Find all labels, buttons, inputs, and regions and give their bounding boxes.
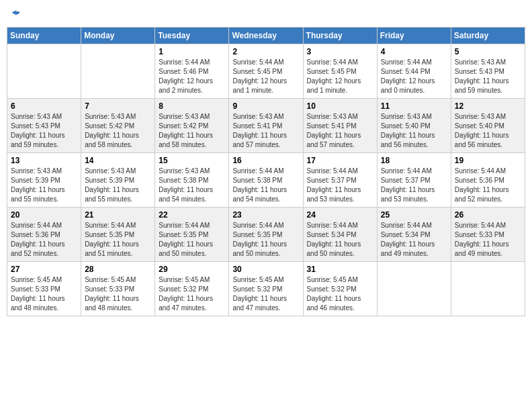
calendar-week-row: 20Sunrise: 5:44 AM Sunset: 5:36 PM Dayli… [7, 208, 525, 262]
day-info: Sunrise: 5:45 AM Sunset: 5:32 PM Dayligh… [232, 275, 299, 313]
calendar-cell: 2Sunrise: 5:44 AM Sunset: 5:45 PM Daylig… [229, 44, 303, 99]
day-number: 8 [159, 101, 225, 111]
day-number: 15 [159, 156, 225, 165]
day-number: 26 [455, 210, 521, 220]
day-info: Sunrise: 5:44 AM Sunset: 5:45 PM Dayligh… [232, 58, 299, 95]
day-number: 21 [85, 210, 151, 220]
day-number: 7 [85, 101, 151, 111]
day-info: Sunrise: 5:45 AM Sunset: 5:33 PM Dayligh… [85, 275, 151, 313]
calendar-cell: 28Sunrise: 5:45 AM Sunset: 5:33 PM Dayli… [81, 262, 155, 316]
day-info: Sunrise: 5:43 AM Sunset: 5:41 PM Dayligh… [307, 112, 373, 150]
day-number: 31 [307, 265, 373, 274]
day-number: 28 [85, 265, 151, 274]
day-info: Sunrise: 5:43 AM Sunset: 5:41 PM Dayligh… [232, 112, 299, 150]
day-info: Sunrise: 5:45 AM Sunset: 5:32 PM Dayligh… [307, 275, 373, 313]
calendar-cell: 25Sunrise: 5:44 AM Sunset: 5:34 PM Dayli… [377, 208, 451, 262]
calendar-cell: 16Sunrise: 5:44 AM Sunset: 5:38 PM Dayli… [229, 153, 303, 208]
day-info: Sunrise: 5:43 AM Sunset: 5:38 PM Dayligh… [159, 167, 225, 204]
calendar-cell [451, 262, 525, 316]
logo [9, 9, 23, 21]
calendar-cell: 29Sunrise: 5:45 AM Sunset: 5:32 PM Dayli… [155, 262, 229, 316]
calendar-cell: 30Sunrise: 5:45 AM Sunset: 5:32 PM Dayli… [229, 262, 303, 316]
day-info: Sunrise: 5:44 AM Sunset: 5:33 PM Dayligh… [455, 221, 521, 259]
calendar-cell: 12Sunrise: 5:43 AM Sunset: 5:40 PM Dayli… [451, 99, 525, 153]
calendar-cell [377, 262, 451, 316]
day-info: Sunrise: 5:43 AM Sunset: 5:39 PM Dayligh… [11, 167, 77, 204]
day-info: Sunrise: 5:43 AM Sunset: 5:39 PM Dayligh… [85, 167, 151, 204]
calendar-week-row: 13Sunrise: 5:43 AM Sunset: 5:39 PM Dayli… [7, 153, 525, 208]
day-number: 22 [159, 210, 225, 220]
day-number: 12 [455, 101, 521, 111]
calendar-cell: 8Sunrise: 5:43 AM Sunset: 5:42 PM Daylig… [155, 99, 229, 153]
day-number: 25 [381, 210, 447, 220]
calendar-week-row: 27Sunrise: 5:45 AM Sunset: 5:33 PM Dayli… [7, 262, 525, 316]
day-number: 18 [381, 156, 447, 165]
calendar-cell: 19Sunrise: 5:44 AM Sunset: 5:36 PM Dayli… [451, 153, 525, 208]
logo-blue-text [9, 9, 23, 21]
day-info: Sunrise: 5:44 AM Sunset: 5:37 PM Dayligh… [381, 167, 447, 204]
day-header-sunday: Sunday [7, 28, 81, 44]
day-info: Sunrise: 5:44 AM Sunset: 5:46 PM Dayligh… [159, 58, 225, 95]
day-number: 29 [159, 265, 225, 274]
day-number: 1 [159, 47, 225, 56]
day-header-thursday: Thursday [303, 28, 377, 44]
day-info: Sunrise: 5:43 AM Sunset: 5:43 PM Dayligh… [11, 112, 77, 150]
day-number: 9 [232, 101, 299, 111]
calendar-cell: 31Sunrise: 5:45 AM Sunset: 5:32 PM Dayli… [303, 262, 377, 316]
day-number: 30 [232, 265, 299, 274]
calendar-cell: 20Sunrise: 5:44 AM Sunset: 5:36 PM Dayli… [7, 208, 81, 262]
calendar-cell: 1Sunrise: 5:44 AM Sunset: 5:46 PM Daylig… [155, 44, 229, 99]
calendar-cell: 3Sunrise: 5:44 AM Sunset: 5:45 PM Daylig… [303, 44, 377, 99]
day-number: 16 [232, 156, 299, 165]
calendar-table: SundayMondayTuesdayWednesdayThursdayFrid… [7, 27, 525, 316]
calendar-cell: 13Sunrise: 5:43 AM Sunset: 5:39 PM Dayli… [7, 153, 81, 208]
day-info: Sunrise: 5:44 AM Sunset: 5:44 PM Dayligh… [381, 58, 447, 95]
day-info: Sunrise: 5:44 AM Sunset: 5:36 PM Dayligh… [455, 167, 521, 204]
day-number: 14 [85, 156, 151, 165]
day-info: Sunrise: 5:43 AM Sunset: 5:42 PM Dayligh… [85, 112, 151, 150]
day-info: Sunrise: 5:44 AM Sunset: 5:37 PM Dayligh… [307, 167, 373, 204]
calendar-cell: 17Sunrise: 5:44 AM Sunset: 5:37 PM Dayli… [303, 153, 377, 208]
calendar-cell: 26Sunrise: 5:44 AM Sunset: 5:33 PM Dayli… [451, 208, 525, 262]
day-info: Sunrise: 5:44 AM Sunset: 5:38 PM Dayligh… [232, 167, 299, 204]
day-number: 11 [381, 101, 447, 111]
calendar-cell [81, 44, 155, 99]
calendar-cell: 22Sunrise: 5:44 AM Sunset: 5:35 PM Dayli… [155, 208, 229, 262]
calendar-cell: 6Sunrise: 5:43 AM Sunset: 5:43 PM Daylig… [7, 99, 81, 153]
calendar-cell: 11Sunrise: 5:43 AM Sunset: 5:40 PM Dayli… [377, 99, 451, 153]
day-number: 6 [11, 101, 77, 111]
day-header-friday: Friday [377, 28, 451, 44]
calendar-cell: 5Sunrise: 5:43 AM Sunset: 5:43 PM Daylig… [451, 44, 525, 99]
day-number: 5 [455, 47, 521, 56]
day-header-tuesday: Tuesday [155, 28, 229, 44]
day-number: 2 [232, 47, 299, 56]
calendar-cell: 9Sunrise: 5:43 AM Sunset: 5:41 PM Daylig… [229, 99, 303, 153]
day-info: Sunrise: 5:44 AM Sunset: 5:35 PM Dayligh… [232, 221, 299, 259]
day-number: 10 [307, 101, 373, 111]
day-info: Sunrise: 5:44 AM Sunset: 5:35 PM Dayligh… [159, 221, 225, 259]
calendar-cell: 10Sunrise: 5:43 AM Sunset: 5:41 PM Dayli… [303, 99, 377, 153]
day-number: 23 [232, 210, 299, 220]
calendar-cell: 23Sunrise: 5:44 AM Sunset: 5:35 PM Dayli… [229, 208, 303, 262]
calendar-cell: 21Sunrise: 5:44 AM Sunset: 5:35 PM Dayli… [81, 208, 155, 262]
day-number: 13 [11, 156, 77, 165]
calendar-header-row: SundayMondayTuesdayWednesdayThursdayFrid… [7, 28, 525, 44]
day-header-saturday: Saturday [451, 28, 525, 44]
calendar-week-row: 6Sunrise: 5:43 AM Sunset: 5:43 PM Daylig… [7, 99, 525, 153]
day-number: 20 [11, 210, 77, 220]
calendar-cell: 7Sunrise: 5:43 AM Sunset: 5:42 PM Daylig… [81, 99, 155, 153]
calendar-cell: 4Sunrise: 5:44 AM Sunset: 5:44 PM Daylig… [377, 44, 451, 99]
logo-bird-icon [9, 9, 21, 21]
day-info: Sunrise: 5:45 AM Sunset: 5:33 PM Dayligh… [11, 275, 77, 313]
page-header [7, 7, 525, 21]
day-info: Sunrise: 5:44 AM Sunset: 5:34 PM Dayligh… [307, 221, 373, 259]
day-number: 24 [307, 210, 373, 220]
day-header-monday: Monday [81, 28, 155, 44]
day-info: Sunrise: 5:43 AM Sunset: 5:40 PM Dayligh… [455, 112, 521, 150]
day-info: Sunrise: 5:44 AM Sunset: 5:45 PM Dayligh… [307, 58, 373, 95]
day-info: Sunrise: 5:44 AM Sunset: 5:36 PM Dayligh… [11, 221, 77, 259]
day-number: 4 [381, 47, 447, 56]
day-info: Sunrise: 5:44 AM Sunset: 5:35 PM Dayligh… [85, 221, 151, 259]
day-info: Sunrise: 5:45 AM Sunset: 5:32 PM Dayligh… [159, 275, 225, 313]
calendar-week-row: 1Sunrise: 5:44 AM Sunset: 5:46 PM Daylig… [7, 44, 525, 99]
